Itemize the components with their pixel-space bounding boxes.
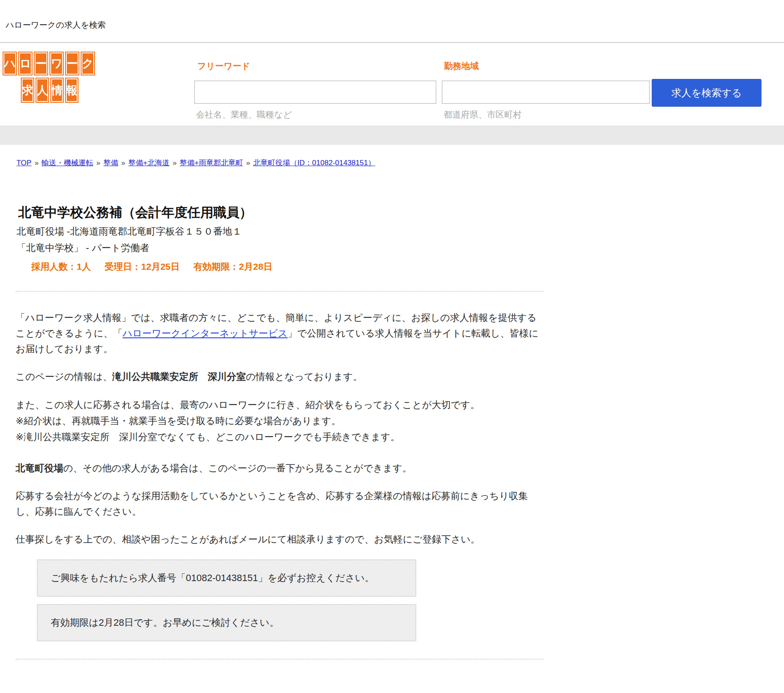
page-header-title: ハローワークの求人を検索 [0,0,784,43]
dotted-divider-top [16,291,543,292]
breadcrumb: TOP»輸送・機械運転»整備»整備+北海道»整備+雨竜郡北竜町»北竜町役場（ID… [16,158,784,168]
company-research-paragraph: 応募する会社が今どのような採用活動をしているかということを含め、応募する企業様の… [16,488,543,520]
deadline-note-box: 有効期限は2月28日です。お早めにご検討ください。 [37,604,416,641]
breadcrumb-separator: » [96,159,100,167]
accepted-date: 受理日：12月25日 [105,262,180,271]
other-jobs-paragraph: 北竜町役場の、その他の求人がある場合は、このページの一番下から見ることができます… [16,461,543,476]
logo-tile: 情 [50,78,64,103]
work-area-label: 勤務地域 [444,60,479,72]
logo-tile: 報 [65,78,78,103]
search-header: ハローワーク 求人情報 フリーワード 会社名、業種、職種など 勤務地域 都道府県… [0,43,784,126]
intro-paragraph: 「ハローワーク求人情報」では、求職者の方々に、どこでも、簡単に、よりスピーディに… [16,310,543,357]
source-office-paragraph: このページの情報は、滝川公共職業安定所 深川分室の情報となっております。 [16,369,543,385]
logo-tile: 人 [36,78,49,103]
breadcrumb-link[interactable]: TOP [16,159,32,167]
logo-tile: ロ [18,52,33,75]
freeword-hint: 会社名、業種、職種など [196,109,292,121]
breadcrumb-link[interactable]: 輸送・機械運転 [42,159,93,167]
logo-row-1: ハローワーク [3,52,95,75]
description-paragraphs: 「ハローワーク求人情報」では、求職者の方々に、どこでも、簡単に、よりスピーディに… [16,310,543,547]
logo-tile: ハ [3,52,17,75]
referral-line-1: また、この求人に応募される場合は、最寄のハローワークに行き、紹介状をもらっておく… [16,399,480,410]
other-jobs-text: の、その他の求人がある場合は、このページの一番下から見ることができます。 [63,463,412,474]
referral-notes-paragraph: また、この求人に応募される場合は、最寄のハローワークに行き、紹介状をもらっておく… [16,397,543,445]
logo-tile: ー [34,52,48,75]
dotted-divider-bottom [16,659,543,660]
employer-name-bold: 北竜町役場 [16,463,63,474]
breadcrumb-separator: » [121,159,125,167]
breadcrumb-link[interactable]: 整備+雨竜郡北竜町 [180,159,243,167]
breadcrumb-link[interactable]: 北竜町役場（ID：01082-01438151） [253,159,376,167]
source-office-name: 滝川公共職業安定所 深川分室 [112,371,246,382]
workplace-employment-type-line: 「北竜中学校」 - パート労働者 [16,242,543,255]
breadcrumb-link[interactable]: 整備 [104,159,118,167]
breadcrumb-separator: » [173,159,176,167]
work-area-hint: 都道府県、市区町村 [444,109,522,121]
hellowork-logo: ハローワーク 求人情報 [3,52,95,103]
hires-count: 採用人数：1人 [31,262,91,271]
divider-bar [0,126,784,145]
job-title: 北竜中学校公務補（会計年度任用職員） [18,205,543,220]
work-area-input[interactable] [442,81,650,104]
breadcrumb-link[interactable]: 整備+北海道 [128,159,170,167]
source-office-after: の情報となっております。 [246,371,363,382]
logo-tile: ワ [49,52,64,75]
freeword-label: フリーワード [197,60,250,72]
logo-tile: ク [81,52,95,75]
referral-line-2: ※紹介状は、再就職手当・就業手当を受け取る時に必要な場合があります。 [16,415,341,426]
job-number-note-box: ご興味をもたれたら求人番号「01082-01438151」を必ずお控えください。 [37,559,416,597]
main-content: 北竜中学校公務補（会計年度任用職員） 北竜町役場 -北海道雨竜郡北竜町字板谷１５… [16,205,543,660]
breadcrumb-separator: » [246,159,250,167]
logo-tile: 求 [21,78,34,103]
employer-address-line: 北竜町役場 -北海道雨竜郡北竜町字板谷１５０番地１ [16,225,543,238]
source-office-before: このページの情報は、 [16,371,112,382]
page-header-title-text: ハローワークの求人を検索 [6,20,106,29]
logo-row-2: 求人情報 [21,78,95,103]
job-meta-line: 採用人数：1人 受理日：12月25日 有効期限：2月28日 [31,261,543,273]
freeword-input[interactable] [194,81,436,104]
consultation-paragraph: 仕事探しをする上での、相談や困ったことがあればメールにて相談承りますので、お気軽… [16,532,543,547]
logo-tile: ー [65,52,79,75]
breadcrumb-separator: » [35,159,39,167]
search-jobs-button[interactable]: 求人を検索する [652,79,761,107]
valid-until-date: 有効期限：2月28日 [193,262,272,271]
hellowork-internet-service-link[interactable]: ハローワークインターネットサービス [123,328,288,339]
referral-line-3: ※滝川公共職業安定所 深川分室でなくても、どこのハローワークでも手続きできます。 [16,431,400,442]
